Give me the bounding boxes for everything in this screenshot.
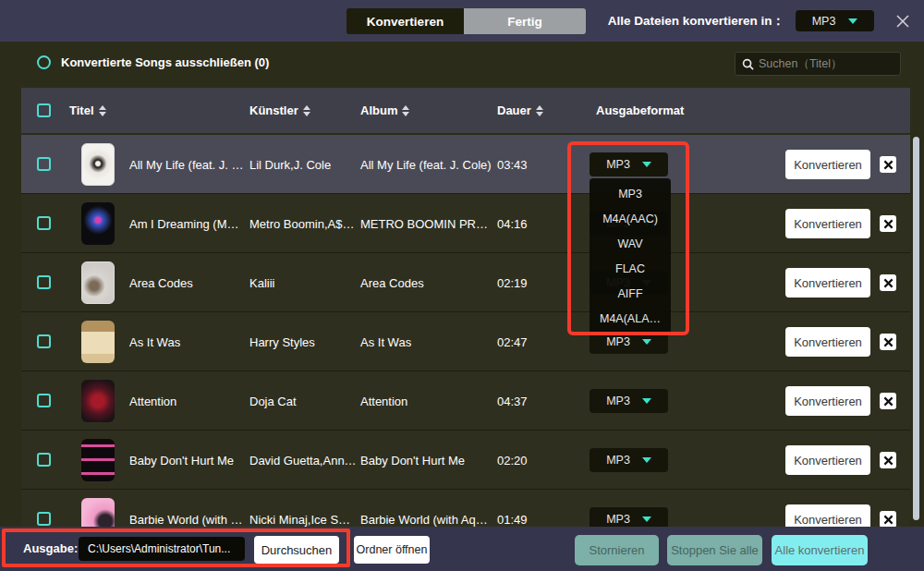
sort-icon[interactable] (303, 105, 310, 116)
bottom-bar: Ausgabe: Durchsuchen Ordner öffnen Storn… (0, 527, 924, 571)
output-path-field[interactable] (79, 537, 245, 561)
table-row[interactable]: All My Life (feat. J. … Lil Durk,J. Cole… (21, 135, 910, 194)
select-all-checkbox[interactable] (37, 103, 51, 117)
close-icon[interactable] (894, 13, 911, 30)
column-header-album[interactable]: Album (360, 88, 409, 133)
song-duration: 02:47 (497, 312, 528, 371)
format-value: MP3 (606, 513, 630, 526)
vertical-scrollbar[interactable] (913, 137, 919, 520)
tab-konvertieren[interactable]: Konvertieren (346, 8, 464, 34)
album-art (81, 439, 115, 481)
row-checkbox[interactable] (37, 275, 51, 289)
song-album: Barbie World (with Aq… (360, 490, 488, 527)
chevron-down-icon (642, 162, 651, 167)
song-title: Am I Dreaming (M… (129, 194, 238, 253)
search-box[interactable] (735, 52, 901, 76)
row-checkbox[interactable] (37, 512, 51, 526)
song-duration: 02:20 (497, 431, 528, 490)
album-art (81, 143, 115, 186)
format-option[interactable]: MP3 (590, 181, 671, 206)
global-format-value: MP3 (812, 15, 836, 28)
chevron-down-icon (848, 18, 857, 24)
format-value: MP3 (606, 395, 630, 407)
x-icon (883, 456, 894, 466)
song-album: METRO BOOMIN PR… (360, 194, 488, 253)
remove-button[interactable] (880, 511, 896, 527)
song-title: Barbie World (with … (129, 490, 243, 527)
sort-icon[interactable] (99, 105, 106, 116)
x-icon (883, 160, 894, 170)
main-content: Konvertierte Songs ausschließen (0) Tite… (0, 42, 924, 527)
remove-button[interactable] (880, 334, 896, 350)
table-row[interactable]: Baby Don't Hurt Me David Guetta,Ann… Bab… (21, 431, 910, 490)
format-option[interactable]: M4A(AAC) (590, 206, 671, 231)
convert-button[interactable]: Konvertieren (785, 386, 870, 416)
table-row[interactable]: As It Was Harry Styles As It Was 02:47 M… (21, 312, 910, 371)
chevron-down-icon (642, 398, 651, 404)
browse-button[interactable]: Durchsuchen (254, 536, 339, 564)
song-album: As It Was (360, 312, 411, 371)
x-icon (883, 337, 894, 347)
column-header-kuenstler[interactable]: Künstler (249, 88, 310, 133)
remove-button[interactable] (880, 274, 896, 291)
song-duration: 03:43 (497, 135, 528, 194)
exclude-converted-radio[interactable] (37, 55, 51, 69)
song-album: Baby Don't Hurt Me (360, 431, 465, 490)
song-album: Area Codes (360, 253, 424, 312)
search-input[interactable] (759, 57, 907, 70)
sort-icon[interactable] (402, 105, 409, 116)
table-row[interactable]: Barbie World (with … Nicki Minaj,Ice S… … (21, 490, 910, 527)
remove-button[interactable] (880, 156, 896, 173)
format-dropdown[interactable]: MP3 (590, 152, 668, 176)
chevron-down-icon (642, 516, 651, 522)
table-row[interactable]: Am I Dreaming (M… Metro Boomin,A$… METRO… (21, 194, 910, 253)
convert-button[interactable]: Konvertieren (785, 150, 870, 179)
remove-button[interactable] (880, 393, 896, 409)
format-option[interactable]: M4A(ALA… (590, 306, 671, 331)
table-row[interactable]: Attention Doja Cat Attention 04:37 MP3 K… (21, 371, 910, 431)
convert-button[interactable]: Konvertieren (785, 209, 870, 238)
convert-button[interactable]: Konvertieren (785, 268, 870, 298)
song-album: Attention (360, 371, 407, 431)
format-dropdown[interactable]: MP3 (590, 448, 668, 472)
column-header-dauer[interactable]: Dauer (497, 88, 543, 133)
row-checkbox[interactable] (37, 453, 51, 467)
filter-row: Konvertierte Songs ausschließen (0) (0, 42, 924, 83)
format-dropdown[interactable]: MP3 (590, 389, 668, 413)
convert-button[interactable]: Konvertieren (785, 504, 870, 527)
cancel-button[interactable]: Stornieren (575, 535, 659, 565)
song-title: Area Codes (129, 253, 193, 312)
table-header: Titel Künstler Album Dauer Ausgabeformat (21, 88, 910, 133)
remove-button[interactable] (880, 215, 896, 232)
chevron-down-icon (642, 457, 651, 463)
album-art (81, 321, 115, 363)
song-artist: Metro Boomin,A$… (249, 194, 354, 253)
global-format-dropdown[interactable]: MP3 (796, 10, 874, 31)
tab-fertig[interactable]: Fertig (464, 8, 586, 34)
remove-button[interactable] (880, 452, 896, 468)
column-header-titel[interactable]: Titel (69, 88, 106, 133)
view-tabs: Konvertieren Fertig (346, 8, 586, 34)
convert-all-button[interactable]: Alle konvertieren (772, 535, 868, 565)
row-checkbox[interactable] (37, 394, 51, 407)
exclude-converted-label: Konvertierte Songs ausschließen (0) (61, 55, 269, 69)
row-checkbox[interactable] (37, 216, 51, 230)
table-row[interactable]: Area Codes Kaliii Area Codes 02:19 MP3 K… (21, 253, 910, 312)
sort-icon[interactable] (536, 105, 543, 116)
output-label: Ausgabe: (23, 541, 78, 555)
stop-all-button[interactable]: Stoppen Sie alle (667, 535, 762, 565)
convert-button[interactable]: Konvertieren (785, 327, 870, 357)
song-album: All My Life (feat. J. Cole) (360, 135, 492, 194)
format-dropdown[interactable]: MP3 (590, 507, 668, 527)
row-checkbox[interactable] (37, 334, 51, 348)
song-artist: Kaliii (249, 253, 274, 312)
song-title: Attention (129, 371, 176, 431)
convert-button[interactable]: Konvertieren (785, 445, 870, 475)
format-option[interactable]: AIFF (590, 281, 671, 306)
format-option[interactable]: FLAC (590, 256, 671, 281)
format-option[interactable]: WAV (590, 231, 671, 256)
column-header-ausgabeformat: Ausgabeformat (596, 88, 684, 133)
open-folder-button[interactable]: Ordner öffnen (354, 536, 430, 564)
x-icon (883, 515, 894, 525)
row-checkbox[interactable] (37, 157, 51, 171)
